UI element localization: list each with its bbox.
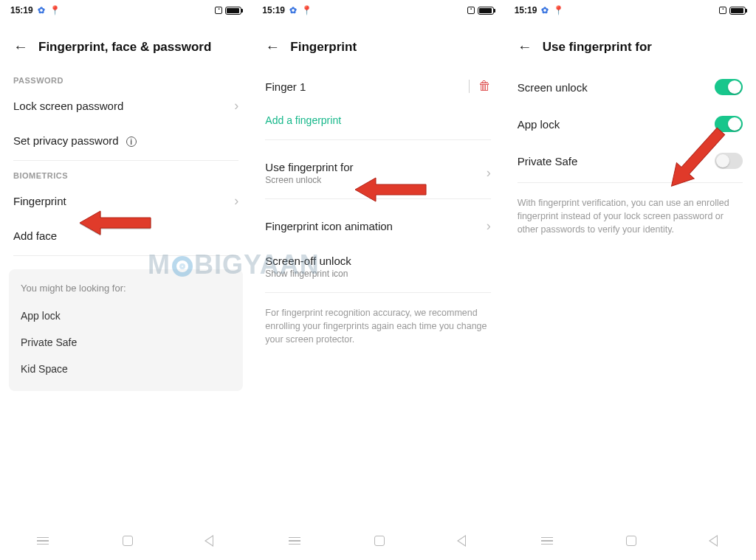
row-sublabel: Screen unlock (265, 175, 353, 185)
suggestions-title: You might be looking for: (21, 283, 231, 294)
divider (265, 292, 490, 293)
divider (265, 198, 490, 199)
row-label: Set privacy password i (13, 134, 137, 147)
suggestion-item[interactable]: Kid Space (21, 356, 231, 382)
row-label: Screen-off unlock (265, 255, 351, 267)
divider (518, 182, 743, 183)
chevron-right-icon: › (234, 98, 238, 114)
header: ← Fingerprint, face & password (0, 21, 252, 69)
phone-screen-3: 15:19 ✿ 📍 ← Use fingerprint for Screen u… (504, 0, 756, 560)
toggle-app-lock[interactable] (715, 116, 743, 132)
notch-icon (467, 7, 475, 14)
row-sublabel: Show fingerprint icon (265, 269, 351, 279)
separator (469, 80, 470, 93)
row-private-safe[interactable]: Private Safe (504, 142, 756, 179)
nav-home-icon[interactable] (374, 536, 385, 546)
status-time: 15:19 (10, 5, 33, 15)
back-button[interactable]: ← (518, 38, 532, 55)
divider (265, 139, 490, 140)
gear-icon: ✿ (289, 5, 297, 15)
row-fingerprint[interactable]: Fingerprint › (0, 183, 252, 219)
location-icon: 📍 (301, 5, 312, 15)
info-icon: i (126, 136, 137, 147)
row-label: Add a fingerprint (265, 114, 341, 126)
section-label-password: PASSWORD (0, 69, 252, 88)
notch-icon (215, 7, 222, 14)
phone-screen-1: 15:19 ✿ 📍 ← Fingerprint, face & password… (0, 0, 252, 560)
nav-recent-icon[interactable] (541, 537, 553, 545)
back-button[interactable]: ← (13, 38, 28, 55)
toggle-screen-unlock[interactable] (715, 79, 743, 95)
description-text: With fingerprint verification, you can u… (504, 186, 756, 246)
row-label: Fingerprint icon animation (265, 220, 393, 232)
nav-recent-icon[interactable] (289, 537, 300, 545)
section-label-biometrics: BIOMETRICS (0, 164, 252, 183)
row-label: Finger 1 (265, 80, 306, 93)
description-text: For fingerprint recognition accuracy, we… (252, 296, 504, 356)
nav-back-icon[interactable] (458, 535, 467, 547)
header: ← Fingerprint (252, 21, 504, 69)
battery-icon (729, 7, 746, 15)
row-add-face[interactable]: Add face (0, 219, 252, 252)
row-label: Private Safe (518, 155, 578, 167)
row-use-fingerprint-for[interactable]: Use fingerprint for Screen unlock › (252, 143, 504, 196)
status-time: 15:19 (515, 5, 537, 15)
row-app-lock[interactable]: App lock (504, 106, 756, 142)
status-bar: 15:19 ✿ 📍 (504, 0, 756, 21)
suggestion-item[interactable]: Private Safe (21, 329, 231, 356)
row-label: Fingerprint (13, 195, 66, 207)
back-button[interactable]: ← (265, 38, 280, 55)
row-fingerprint-icon-animation[interactable]: Fingerprint icon animation › (252, 202, 504, 244)
chevron-right-icon: › (487, 165, 491, 181)
row-label: Use fingerprint for (265, 161, 353, 173)
row-finger-1[interactable]: Finger 1 🗑 (252, 69, 504, 104)
trash-icon[interactable]: 🗑 (478, 79, 491, 94)
nav-home-icon[interactable] (123, 536, 133, 546)
toggle-private-safe[interactable] (715, 153, 743, 169)
row-label: App lock (518, 118, 560, 131)
phone-screen-2: 15:19 ✿ 📍 ← Fingerprint Finger 1 🗑 Add a… (252, 0, 504, 560)
battery-icon (478, 7, 494, 15)
gear-icon: ✿ (38, 5, 45, 15)
nav-bar (504, 526, 756, 556)
nav-home-icon[interactable] (626, 536, 636, 546)
notch-icon (719, 7, 726, 14)
page-title: Fingerprint, face & password (38, 40, 211, 55)
location-icon: 📍 (49, 5, 61, 15)
nav-recent-icon[interactable] (37, 537, 49, 545)
battery-icon (225, 7, 241, 15)
header: ← Use fingerprint for (504, 21, 756, 69)
chevron-right-icon: › (234, 193, 238, 209)
row-screen-unlock[interactable]: Screen unlock (504, 69, 756, 106)
page-title: Fingerprint (290, 40, 357, 55)
nav-back-icon[interactable] (710, 535, 719, 547)
suggestions-card: You might be looking for: App lock Priva… (9, 269, 243, 391)
status-bar: 15:19 ✿ 📍 (252, 0, 504, 21)
divider (13, 255, 238, 256)
divider (13, 160, 238, 161)
page-title: Use fingerprint for (543, 40, 652, 55)
row-label: Screen unlock (518, 81, 588, 94)
row-set-privacy-password[interactable]: Set privacy password i (0, 124, 252, 157)
chevron-right-icon: › (487, 218, 491, 234)
row-lock-screen-password[interactable]: Lock screen password › (0, 88, 252, 124)
row-add-fingerprint[interactable]: Add a fingerprint (252, 104, 504, 136)
row-screen-off-unlock[interactable]: Screen-off unlock Show fingerprint icon (252, 244, 504, 289)
nav-back-icon[interactable] (206, 535, 215, 547)
row-label: Lock screen password (13, 100, 123, 112)
status-time: 15:19 (262, 5, 285, 15)
nav-bar (252, 526, 504, 556)
row-label: Add face (13, 229, 57, 242)
location-icon: 📍 (553, 5, 564, 15)
nav-bar (0, 526, 252, 556)
status-bar: 15:19 ✿ 📍 (0, 0, 252, 21)
gear-icon: ✿ (541, 5, 549, 15)
suggestion-item[interactable]: App lock (21, 303, 231, 329)
